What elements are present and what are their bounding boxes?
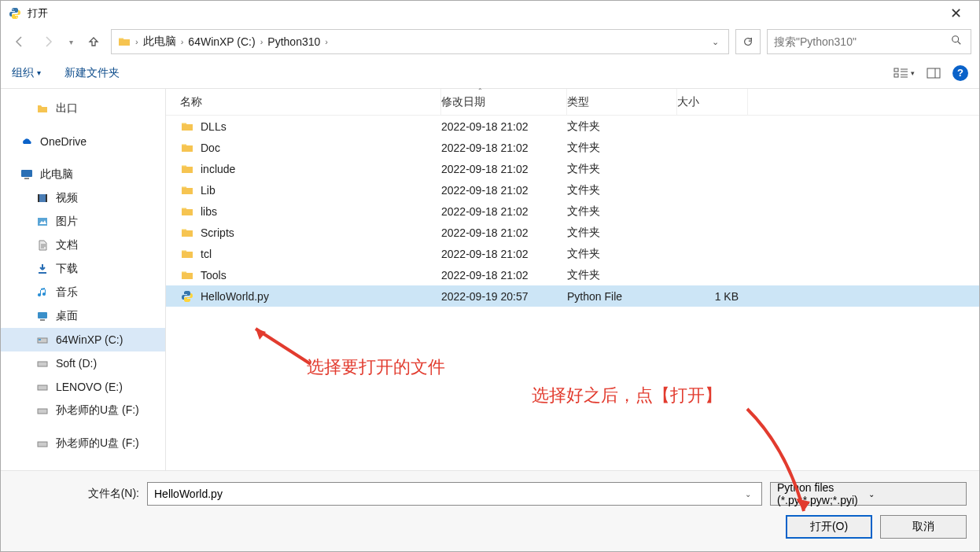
- sidebar-item-drive-c[interactable]: 64WinXP (C:): [1, 328, 165, 351]
- folder-icon: [180, 162, 194, 176]
- chevron-down-icon[interactable]: ⌄: [741, 490, 755, 499]
- python-file-icon: [180, 289, 194, 304]
- navigation-row: ▾ › 此电脑 › 64WinXP (C:) › Python310 › ⌄: [1, 26, 979, 57]
- file-row[interactable]: DLLs2022-09-18 21:02文件夹: [166, 116, 979, 137]
- new-folder-button[interactable]: 新建文件夹: [64, 66, 120, 80]
- titlebar: 打开 ✕: [1, 1, 979, 26]
- sidebar-item-downloads[interactable]: 下载: [1, 257, 165, 281]
- drive-icon: [35, 333, 50, 347]
- open-button[interactable]: 打开(O): [786, 515, 872, 539]
- forward-button[interactable]: [37, 31, 59, 53]
- folder-icon: [180, 247, 194, 261]
- preview-pane-button[interactable]: [923, 62, 945, 84]
- search-box[interactable]: [767, 29, 971, 54]
- sidebar-item-drive-e[interactable]: LENOVO (E:): [1, 375, 165, 399]
- file-row[interactable]: Doc2022-09-18 21:02文件夹: [166, 137, 979, 158]
- column-headers[interactable]: ⌃ 名称 修改日期 类型 大小: [166, 89, 979, 116]
- computer-icon: [20, 167, 34, 182]
- sidebar-item-drive-d[interactable]: Soft (D:): [1, 351, 165, 375]
- breadcrumb-folder[interactable]: Python310: [263, 35, 325, 48]
- svg-rect-5: [927, 68, 940, 78]
- svg-rect-12: [38, 312, 47, 318]
- folder-icon: [180, 141, 194, 155]
- close-button[interactable]: ✕: [940, 5, 971, 22]
- file-name: tcl: [201, 248, 212, 260]
- sidebar-item-desktop[interactable]: 桌面: [1, 304, 165, 328]
- refresh-button[interactable]: [735, 29, 761, 54]
- svg-rect-4: [894, 74, 898, 77]
- column-type[interactable]: 类型: [567, 89, 677, 115]
- filename-label: 文件名(N):: [76, 487, 139, 501]
- svg-rect-19: [38, 442, 47, 447]
- file-name: DLLs: [201, 120, 227, 133]
- svg-rect-18: [38, 409, 47, 414]
- file-row[interactable]: Lib2022-09-18 21:02文件夹: [166, 179, 979, 201]
- sidebar-item-music[interactable]: 音乐: [1, 281, 165, 304]
- search-icon[interactable]: [949, 35, 964, 49]
- file-name: libs: [201, 205, 217, 218]
- folder-icon: [180, 120, 194, 134]
- sidebar-item-drive-f[interactable]: 孙老师的U盘 (F:): [1, 399, 165, 422]
- organize-menu[interactable]: 组织 ▾: [12, 66, 41, 80]
- sidebar-item-pictures[interactable]: 图片: [1, 210, 165, 234]
- filename-combobox[interactable]: ⌄: [147, 482, 762, 506]
- breadcrumb[interactable]: › 此电脑 › 64WinXP (C:) › Python310 › ⌄: [111, 29, 729, 54]
- back-button[interactable]: [9, 31, 31, 53]
- recent-dropdown[interactable]: ▾: [65, 31, 76, 53]
- dialog-title: 打开: [28, 6, 940, 20]
- sidebar-item-export[interactable]: 出口: [1, 97, 165, 120]
- svg-rect-15: [39, 339, 41, 340]
- column-name[interactable]: 名称: [174, 89, 441, 115]
- file-type: 文件夹: [567, 247, 677, 261]
- svg-rect-3: [894, 68, 898, 72]
- cancel-button[interactable]: 取消: [880, 515, 967, 539]
- usb-drive-icon: [35, 403, 50, 418]
- usb-drive-icon: [35, 436, 50, 451]
- toolbar: 组织 ▾ 新建文件夹 ▾ ?: [1, 57, 979, 89]
- file-date: 2022-09-18 21:02: [441, 120, 567, 133]
- filename-input[interactable]: [154, 488, 741, 500]
- sidebar-item-onedrive[interactable]: OneDrive: [1, 130, 165, 153]
- view-options-button[interactable]: ▾: [893, 62, 915, 84]
- column-modified[interactable]: 修改日期: [441, 89, 567, 115]
- file-type: 文件夹: [567, 226, 677, 240]
- chevron-down-icon[interactable]: ⌄: [712, 37, 719, 47]
- desktop-icon: [35, 309, 50, 323]
- sidebar-item-drive-f2[interactable]: 孙老师的U盘 (F:): [1, 432, 165, 455]
- file-list[interactable]: DLLs2022-09-18 21:02文件夹Doc2022-09-18 21:…: [166, 116, 979, 470]
- file-type: 文件夹: [567, 268, 677, 282]
- file-type: 文件夹: [567, 162, 677, 176]
- file-date: 2022-09-19 20:57: [441, 290, 567, 303]
- column-size[interactable]: 大小: [677, 89, 748, 115]
- file-type-filter[interactable]: Python files (*.py;*.pyw;*.pyi) ⌄: [770, 482, 967, 506]
- file-row[interactable]: Scripts2022-09-18 21:02文件夹: [166, 222, 979, 243]
- file-date: 2022-09-18 21:02: [441, 184, 567, 197]
- downloads-icon: [35, 262, 50, 276]
- sidebar-item-videos[interactable]: 视频: [1, 186, 165, 210]
- file-row[interactable]: HelloWorld.py2022-09-19 20:57Python File…: [166, 285, 979, 307]
- file-name: Scripts: [201, 226, 234, 239]
- file-type: 文件夹: [567, 141, 677, 155]
- help-button[interactable]: ?: [952, 65, 968, 81]
- file-row[interactable]: libs2022-09-18 21:02文件夹: [166, 201, 979, 222]
- chevron-down-icon: ⌄: [868, 490, 960, 499]
- file-type: 文件夹: [567, 183, 677, 197]
- sort-indicator-icon: ⌃: [477, 87, 483, 94]
- svg-rect-13: [40, 319, 45, 321]
- folder-icon: [180, 204, 194, 219]
- file-date: 2022-09-18 21:02: [441, 142, 567, 154]
- file-row[interactable]: tcl2022-09-18 21:02文件夹: [166, 243, 979, 264]
- breadcrumb-drive[interactable]: 64WinXP (C:): [183, 35, 260, 48]
- search-input[interactable]: [774, 35, 949, 48]
- svg-rect-10: [46, 194, 47, 202]
- file-name: Tools: [201, 269, 227, 282]
- music-icon: [35, 285, 50, 300]
- file-date: 2022-09-18 21:02: [441, 163, 567, 175]
- sidebar-item-thispc[interactable]: 此电脑: [1, 163, 165, 186]
- file-row[interactable]: Tools2022-09-18 21:02文件夹: [166, 264, 979, 285]
- sidebar-item-documents[interactable]: 文档: [1, 234, 165, 257]
- folder-icon: [35, 101, 50, 116]
- breadcrumb-root[interactable]: 此电脑: [138, 35, 181, 49]
- file-row[interactable]: include2022-09-18 21:02文件夹: [166, 158, 979, 179]
- up-button[interactable]: [83, 31, 105, 53]
